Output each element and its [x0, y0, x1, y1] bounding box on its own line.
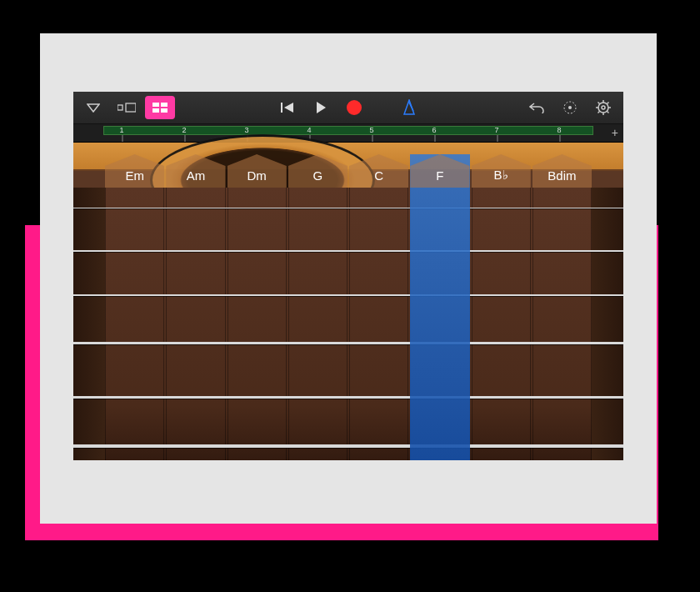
strum-column[interactable]	[532, 188, 592, 460]
bar-marker: 5	[369, 126, 373, 134]
chord-button-bb[interactable]: B♭	[472, 154, 531, 188]
bar-marker: 7	[494, 126, 498, 134]
cycle-region[interactable]	[103, 126, 593, 135]
strum-column[interactable]	[228, 188, 287, 460]
add-section-button[interactable]: +	[612, 126, 618, 139]
chord-button-f[interactable]: F	[410, 154, 469, 188]
strum-column[interactable]	[105, 188, 164, 460]
chord-label: Em	[125, 168, 144, 183]
guitar-string-5[interactable]	[73, 396, 623, 399]
svg-point-13	[568, 106, 572, 109]
settings-button[interactable]	[588, 96, 618, 119]
bar-marker: 1	[119, 126, 123, 134]
chord-label: Am	[187, 168, 206, 183]
screenshot-frame: 1 2 3 4 5 6 7 8 + Em Am Dm G C F	[40, 33, 657, 524]
strum-column[interactable]	[472, 188, 531, 460]
guitar-string-6[interactable]	[73, 444, 623, 448]
chord-label: Bdim	[548, 168, 576, 183]
timeline-ruler[interactable]: 1 2 3 4 5 6 7 8 +	[73, 124, 623, 143]
svg-line-23	[598, 112, 600, 113]
active-chord-column[interactable]	[410, 154, 469, 460]
chord-button-am[interactable]: Am	[166, 154, 225, 188]
rewind-button[interactable]	[272, 96, 302, 119]
svg-rect-4	[161, 103, 168, 107]
strum-column[interactable]	[288, 188, 348, 460]
svg-marker-8	[284, 103, 293, 113]
chord-label: G	[313, 168, 323, 183]
chord-label: Dm	[247, 168, 266, 183]
bar-marker: 4	[307, 126, 311, 134]
toolbar	[73, 92, 623, 124]
chord-label: F	[436, 168, 443, 183]
svg-rect-3	[152, 103, 159, 107]
svg-line-11	[409, 103, 413, 111]
guitar-string-2[interactable]	[73, 250, 623, 252]
guitar-string-4[interactable]	[73, 342, 623, 344]
fretboard[interactable]	[73, 188, 623, 460]
string-columns	[73, 188, 623, 460]
bar-marker: 8	[557, 126, 561, 134]
strum-column[interactable]	[349, 188, 408, 460]
svg-line-21	[608, 112, 609, 113]
svg-rect-7	[281, 103, 282, 113]
svg-point-14	[598, 103, 608, 113]
metronome-button[interactable]	[394, 96, 424, 119]
browser-button[interactable]	[78, 96, 108, 119]
guitar-string-3[interactable]	[73, 294, 623, 296]
svg-marker-9	[317, 102, 326, 113]
bar-marker: 6	[432, 126, 436, 134]
chord-button-dm[interactable]: Dm	[228, 154, 287, 188]
chord-label: C	[374, 168, 383, 183]
svg-line-22	[608, 103, 609, 104]
smart-guitar-area: Em Am Dm G C F B♭ Bdim	[73, 143, 623, 460]
record-button[interactable]	[339, 96, 369, 119]
svg-marker-0	[88, 104, 99, 112]
bar-marker: 3	[244, 126, 248, 134]
tuning-button[interactable]	[555, 96, 585, 119]
chord-strips-button[interactable]	[145, 96, 175, 119]
garageband-app: 1 2 3 4 5 6 7 8 + Em Am Dm G C F	[73, 92, 623, 460]
svg-rect-6	[161, 108, 168, 113]
guitar-string-1[interactable]	[73, 208, 623, 208]
svg-marker-10	[404, 100, 414, 114]
chord-button-g[interactable]: G	[288, 154, 348, 188]
svg-rect-5	[152, 108, 159, 113]
svg-rect-2	[126, 103, 136, 112]
chord-label: B♭	[494, 168, 508, 183]
tracks-view-button[interactable]	[112, 96, 142, 119]
svg-point-15	[602, 106, 605, 109]
svg-line-20	[598, 103, 600, 104]
undo-button[interactable]	[522, 96, 552, 119]
play-button[interactable]	[306, 96, 336, 119]
chord-strip-row: Em Am Dm G C F B♭ Bdim	[73, 154, 623, 188]
chord-button-em[interactable]: Em	[105, 154, 164, 188]
chord-button-c[interactable]: C	[349, 154, 408, 188]
record-icon	[347, 100, 362, 115]
bar-marker: 2	[182, 126, 186, 134]
strum-column[interactable]	[166, 188, 225, 460]
chord-button-bdim[interactable]: Bdim	[532, 154, 592, 188]
svg-rect-1	[118, 105, 122, 110]
